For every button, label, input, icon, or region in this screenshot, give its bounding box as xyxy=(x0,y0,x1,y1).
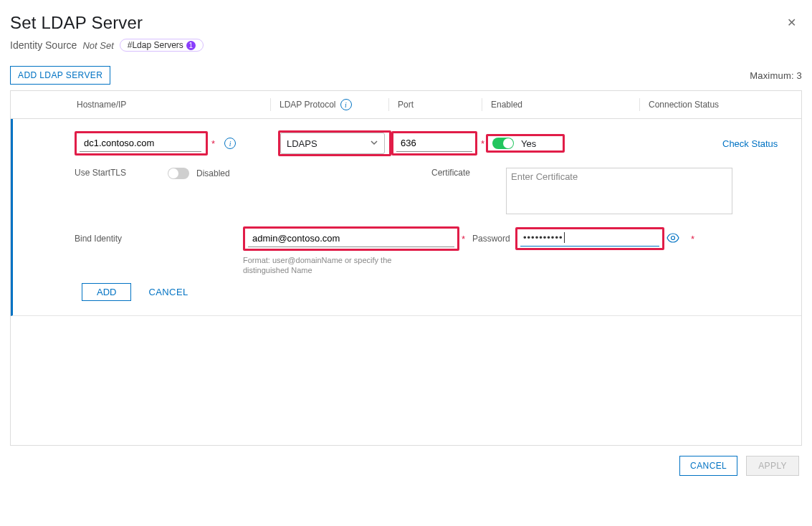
tls-cert-row: Use StartTLS Disabled Certificate xyxy=(13,162,801,222)
dialog-header: Set LDAP Server ✕ xyxy=(10,13,802,33)
certificate-label: Certificate xyxy=(431,168,506,178)
th-hostname: Hostname/IP xyxy=(77,98,270,111)
maximum-note: Maximum: 3 xyxy=(750,70,802,81)
bind-identity-label: Bind Identity xyxy=(75,234,169,244)
starttls-label: Use StartTLS xyxy=(75,168,168,178)
dialog-apply-button[interactable]: APPLY xyxy=(746,456,799,476)
th-port: Port xyxy=(388,98,482,111)
bind-identity-highlight xyxy=(243,226,459,251)
port-input[interactable] xyxy=(396,135,472,152)
dialog-footer: CANCEL APPLY xyxy=(10,446,802,476)
starttls-state: Disabled xyxy=(196,168,230,178)
password-highlight: •••••••••• xyxy=(515,227,664,250)
identity-source-status: Not Set xyxy=(82,40,113,51)
protocol-selected-value: LDAPS xyxy=(287,138,317,149)
identity-source-label: Identity Source xyxy=(10,39,77,51)
th-enabled: Enabled xyxy=(482,98,639,111)
pill-count-badge: 1 xyxy=(186,41,196,50)
enabled-toggle[interactable] xyxy=(492,138,514,149)
required-indicator: * xyxy=(211,138,215,149)
add-ldap-server-button[interactable]: ADD LDAP SERVER xyxy=(10,66,110,85)
servers-panel: Hostname/IP LDAP Protocol i Port Enabled… xyxy=(10,90,802,446)
server-edit-row: * i LDAPS * xyxy=(11,119,801,316)
info-icon[interactable]: i xyxy=(340,99,352,110)
password-field-wrap: •••••••••• xyxy=(520,231,659,247)
chevron-down-icon xyxy=(370,138,378,149)
required-indicator: * xyxy=(462,234,469,244)
pill-label: #Ldap Servers xyxy=(128,40,183,50)
certificate-textarea[interactable] xyxy=(506,168,732,214)
set-ldap-server-dialog: Set LDAP Server ✕ Identity Source Not Se… xyxy=(0,0,812,483)
info-icon[interactable]: i xyxy=(224,138,236,149)
hostname-input[interactable] xyxy=(80,135,201,152)
toolbar: ADD LDAP SERVER Maximum: 3 xyxy=(10,66,802,85)
svg-point-0 xyxy=(672,236,675,239)
hostname-highlight xyxy=(75,131,208,156)
bind-identity-hint: Format: user@domainName or specify the d… xyxy=(243,255,415,276)
password-label: Password xyxy=(472,234,515,244)
port-highlight xyxy=(391,131,477,156)
enabled-text: Yes xyxy=(521,138,536,149)
eye-icon[interactable] xyxy=(659,233,687,245)
enabled-highlight: Yes xyxy=(486,134,565,153)
row-add-button[interactable]: ADD xyxy=(82,283,131,301)
row-actions: ADD CANCEL xyxy=(13,276,801,310)
required-indicator: * xyxy=(691,234,698,244)
bind-password-row: Bind Identity * Password •••••••••• xyxy=(13,222,801,255)
th-protocol: LDAP Protocol i xyxy=(270,98,388,111)
bind-identity-input[interactable] xyxy=(248,230,454,247)
dialog-subheader: Identity Source Not Set #Ldap Servers 1 xyxy=(10,39,802,52)
password-input[interactable]: •••••••••• xyxy=(523,232,565,243)
bind-hint-row: Format: user@domainName or specify the d… xyxy=(13,255,801,276)
required-indicator: * xyxy=(481,138,484,149)
table-header-row: Hostname/IP LDAP Protocol i Port Enabled… xyxy=(11,91,801,119)
check-status-link[interactable]: Check Status xyxy=(722,138,778,149)
row-cancel-button[interactable]: CANCEL xyxy=(148,287,188,297)
dialog-title: Set LDAP Server xyxy=(10,13,143,33)
primary-row: * i LDAPS * xyxy=(13,125,801,162)
starttls-toggle[interactable] xyxy=(168,168,189,179)
protocol-highlight: LDAPS xyxy=(278,130,391,156)
close-icon[interactable]: ✕ xyxy=(781,13,802,32)
ldap-protocol-select[interactable]: LDAPS xyxy=(280,133,385,154)
ldap-servers-pill[interactable]: #Ldap Servers 1 xyxy=(120,39,204,52)
dialog-cancel-button[interactable]: CANCEL xyxy=(679,456,737,476)
th-connection-status: Connection Status xyxy=(639,98,801,111)
